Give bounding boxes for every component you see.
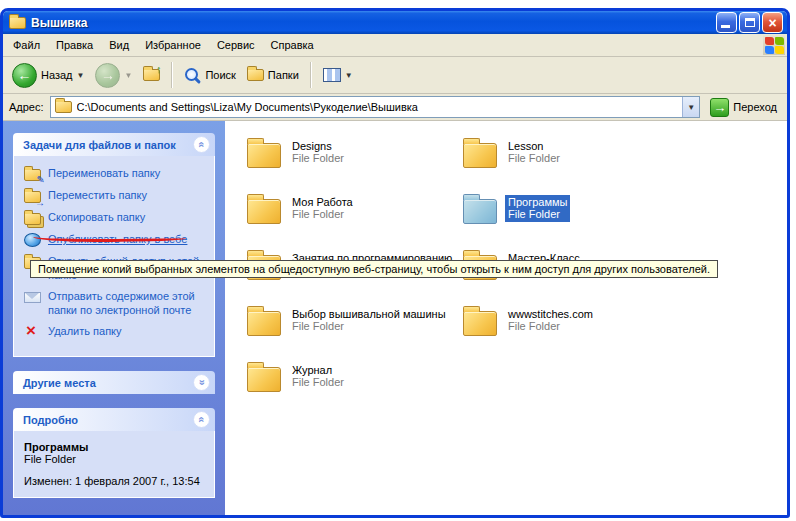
task-list: Переименовать папку Переместить папку Ск… <box>24 166 208 339</box>
forward-button[interactable]: → ▼ <box>92 61 135 90</box>
folder-icon <box>247 199 281 224</box>
folder-tile[interactable]: wwwstitches.com File Folder <box>463 305 679 355</box>
task-link[interactable]: Отправить содержимое этой папки по элект… <box>24 289 208 317</box>
views-button[interactable]: ▼ <box>320 66 356 84</box>
address-dropdown-button[interactable]: ▼ <box>682 97 699 117</box>
search-button[interactable]: Поиск <box>181 65 238 86</box>
menu-item[interactable]: Избранное <box>137 35 209 55</box>
go-button[interactable]: → Переход <box>706 98 781 117</box>
views-dropdown-icon[interactable]: ▼ <box>345 71 353 80</box>
folder-tile[interactable]: Designs File Folder <box>247 137 463 187</box>
folder-tile[interactable]: Выбор вышивальной машины File Folder <box>247 305 463 355</box>
task-pane: Задачи для файлов и папок « Переименоват… <box>3 121 225 515</box>
folder-type: File Folder <box>508 208 567 221</box>
file-tasks-header[interactable]: Задачи для файлов и папок « <box>13 133 215 156</box>
folder-icon <box>463 143 497 168</box>
folder-tile[interactable]: Моя Работа File Folder <box>247 193 463 243</box>
details-file-type: File Folder <box>24 453 208 465</box>
file-tasks-panel: Задачи для файлов и папок « Переименоват… <box>13 133 215 357</box>
other-places-panel: Другие места « <box>13 371 215 394</box>
address-bar: Адрес: C:\Documents and Settings\Liza\My… <box>3 94 787 121</box>
folder-name: Моя Работа <box>292 196 353 208</box>
up-folder-icon: ↑ <box>143 69 160 81</box>
expand-chevron-icon[interactable]: « <box>193 374 210 391</box>
forward-icon: → <box>95 63 120 88</box>
address-label: Адрес: <box>9 101 44 113</box>
task-link[interactable]: Скопировать папку <box>24 210 208 225</box>
details-body: Программы File Folder Изменен: 1 февраля… <box>13 431 215 498</box>
details-header[interactable]: Подробно « <box>13 408 215 431</box>
window-title: Вышивка <box>31 16 711 30</box>
file-tasks-body: Переименовать папку Переместить папку Ск… <box>13 156 215 357</box>
go-label: Переход <box>733 101 777 113</box>
task-link[interactable]: Переименовать папку <box>24 166 208 181</box>
toolbar-separator <box>310 62 312 88</box>
menu-item[interactable]: Правка <box>48 35 101 55</box>
collapse-chevron-icon[interactable]: « <box>193 136 210 153</box>
file-tasks-title: Задачи для файлов и папок <box>23 139 176 151</box>
email-icon <box>24 292 41 303</box>
main-area: Задачи для файлов и папок « Переименоват… <box>3 121 787 515</box>
address-folder-icon <box>55 101 72 113</box>
folder-icon <box>463 199 497 224</box>
back-dropdown-icon[interactable]: ▼ <box>77 71 85 80</box>
window-controls: × <box>716 12 783 33</box>
up-button[interactable]: ↑ <box>140 67 163 83</box>
collapse-chevron-icon[interactable]: « <box>193 411 210 428</box>
folder-icon <box>247 143 281 168</box>
folder-type: File Folder <box>292 320 446 333</box>
other-places-header[interactable]: Другие места « <box>13 371 215 394</box>
back-label: Назад <box>41 69 73 81</box>
menu-item[interactable]: Вид <box>101 35 137 55</box>
up-arrow-icon: ↑ <box>156 63 162 75</box>
folder-name: Журнал <box>292 364 344 376</box>
folders-button[interactable]: Папки <box>244 67 302 83</box>
folder-name: Designs <box>292 140 344 152</box>
minimize-button[interactable] <box>716 12 737 33</box>
address-combo[interactable]: C:\Documents and Settings\Liza\My Docume… <box>50 96 701 118</box>
close-button[interactable]: × <box>762 12 783 33</box>
folder-type: File Folder <box>508 152 560 165</box>
search-icon <box>184 67 201 84</box>
folder-tile[interactable]: Программы File Folder <box>463 193 679 243</box>
folder-tile[interactable]: Lesson File Folder <box>463 137 679 187</box>
folder-tile[interactable]: Журнал File Folder <box>247 361 463 411</box>
title-bar[interactable]: Вышивка × <box>3 11 787 34</box>
other-places-title: Другие места <box>23 377 96 389</box>
folders-icon <box>247 69 264 81</box>
task-link[interactable]: Переместить папку <box>24 188 208 203</box>
folder-icon <box>463 311 497 336</box>
back-button[interactable]: ← Назад ▼ <box>9 61 87 90</box>
maximize-icon <box>745 18 755 27</box>
task-link[interactable]: Удалить папку <box>24 324 208 339</box>
menu-item[interactable]: Файл <box>5 35 48 55</box>
menu-items: ФайлПравкаВидИзбранноеСервисСправка <box>5 35 322 55</box>
folder-name: Выбор вышивальной машины <box>292 308 446 320</box>
details-title: Подробно <box>23 414 78 426</box>
folder-type: File Folder <box>292 152 344 165</box>
folder-name: wwwstitches.com <box>508 308 593 320</box>
menu-item[interactable]: Справка <box>263 35 322 55</box>
toolbar-separator <box>171 62 173 88</box>
folder-type: File Folder <box>292 376 344 389</box>
menu-item[interactable]: Сервис <box>209 35 263 55</box>
search-label: Поиск <box>205 69 235 81</box>
move-icon <box>24 191 41 203</box>
close-icon: × <box>768 16 776 30</box>
forward-dropdown-icon: ▼ <box>124 71 132 80</box>
folder-name: Lesson <box>508 140 560 152</box>
details-file-name: Программы <box>24 441 208 453</box>
address-input[interactable]: C:\Documents and Settings\Liza\My Docume… <box>77 101 678 113</box>
go-arrow-icon: → <box>710 98 729 117</box>
toolbar: ← Назад ▼ → ▼ ↑ Поиск Папки ▼ <box>3 57 787 94</box>
tooltip: Помещение копий выбранных элементов на о… <box>30 260 718 278</box>
maximize-button[interactable] <box>739 12 760 33</box>
folder-type: File Folder <box>508 320 593 333</box>
window-folder-icon <box>9 17 26 29</box>
back-icon: ← <box>12 63 37 88</box>
folder-icon <box>247 311 281 336</box>
folders-label: Папки <box>268 69 299 81</box>
windows-logo-icon <box>763 35 785 55</box>
minimize-icon <box>721 25 730 28</box>
rename-icon <box>24 169 41 181</box>
